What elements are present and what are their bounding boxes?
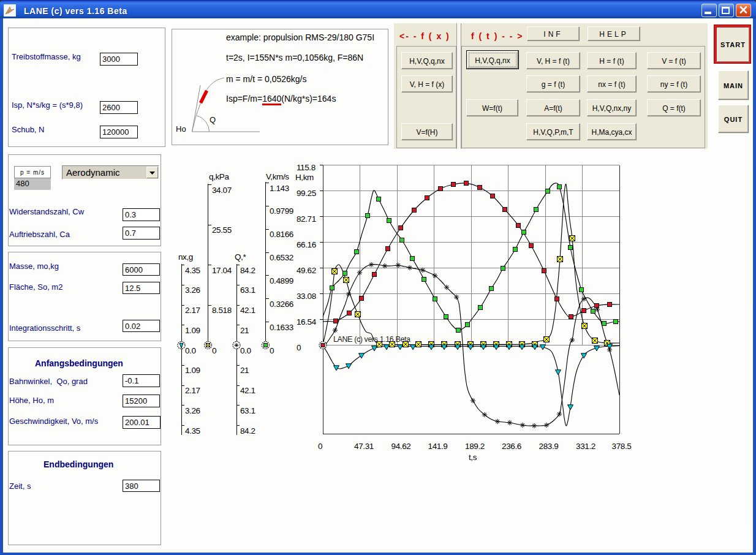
svg-text:0.6532: 0.6532 <box>270 253 293 262</box>
svg-text:21: 21 <box>240 326 249 335</box>
svg-text:331.2: 331.2 <box>576 442 595 451</box>
svg-text:2.17: 2.17 <box>185 306 200 315</box>
svg-text:49.62: 49.62 <box>297 266 316 275</box>
svg-text:4.35: 4.35 <box>185 266 200 275</box>
svg-text:82.71: 82.71 <box>297 214 316 224</box>
svg-text:0.0: 0.0 <box>240 346 251 355</box>
svg-text:4.35: 4.35 <box>185 426 200 436</box>
svg-text:17.04: 17.04 <box>212 266 232 275</box>
svg-text:1.143: 1.143 <box>270 184 289 193</box>
svg-text:33.08: 33.08 <box>297 292 316 301</box>
svg-text:0.3266: 0.3266 <box>270 300 293 309</box>
svg-text:0: 0 <box>297 343 301 352</box>
svg-text:283.9: 283.9 <box>539 442 559 451</box>
svg-text:0: 0 <box>212 346 216 355</box>
svg-text:t,s: t,s <box>469 453 477 462</box>
svg-text:0.9799: 0.9799 <box>270 206 293 216</box>
svg-text:99.25: 99.25 <box>297 189 316 198</box>
svg-text:63.1: 63.1 <box>240 285 255 295</box>
svg-text:47.31: 47.31 <box>354 442 374 451</box>
svg-text:8.518: 8.518 <box>212 306 232 315</box>
svg-text:16.54: 16.54 <box>297 317 317 327</box>
svg-text:H,km: H,km <box>295 173 314 182</box>
svg-text:66.16: 66.16 <box>297 240 316 249</box>
svg-text:2.17: 2.17 <box>185 386 200 395</box>
svg-text:3.26: 3.26 <box>185 406 200 415</box>
svg-text:21: 21 <box>240 366 249 375</box>
svg-text:115.8: 115.8 <box>297 163 316 172</box>
svg-text:1.09: 1.09 <box>185 326 200 335</box>
svg-text:V,km/s: V,km/s <box>266 172 289 181</box>
svg-text:189.2: 189.2 <box>465 442 485 451</box>
svg-text:42.1: 42.1 <box>240 306 255 315</box>
svg-text:94.62: 94.62 <box>391 442 411 451</box>
svg-text:378.5: 378.5 <box>612 442 632 451</box>
svg-text:q,kPa: q,kPa <box>209 172 229 181</box>
svg-text:1.09: 1.09 <box>185 366 200 375</box>
svg-text:63.1: 63.1 <box>240 406 255 415</box>
svg-text:84.2: 84.2 <box>240 426 255 436</box>
svg-text:3.26: 3.26 <box>185 285 200 295</box>
svg-text:0.0: 0.0 <box>185 346 196 355</box>
svg-text:236.6: 236.6 <box>502 442 521 451</box>
svg-text:42.1: 42.1 <box>240 386 255 395</box>
svg-text:0.4899: 0.4899 <box>270 276 293 285</box>
svg-text:Q,*: Q,* <box>235 252 246 262</box>
svg-text:25.55: 25.55 <box>212 225 232 235</box>
svg-text:0.1633: 0.1633 <box>270 323 293 332</box>
svg-text:0.8166: 0.8166 <box>270 230 293 239</box>
svg-text:141.9: 141.9 <box>428 442 448 451</box>
svg-text:0: 0 <box>318 442 322 451</box>
svg-text:LANE (c) vers 1.16 Beta: LANE (c) vers 1.16 Beta <box>333 335 410 344</box>
svg-text:0: 0 <box>270 346 274 355</box>
svg-text:nx,g: nx,g <box>178 252 193 262</box>
svg-text:34.07: 34.07 <box>212 186 232 195</box>
svg-text:84.2: 84.2 <box>240 266 255 275</box>
